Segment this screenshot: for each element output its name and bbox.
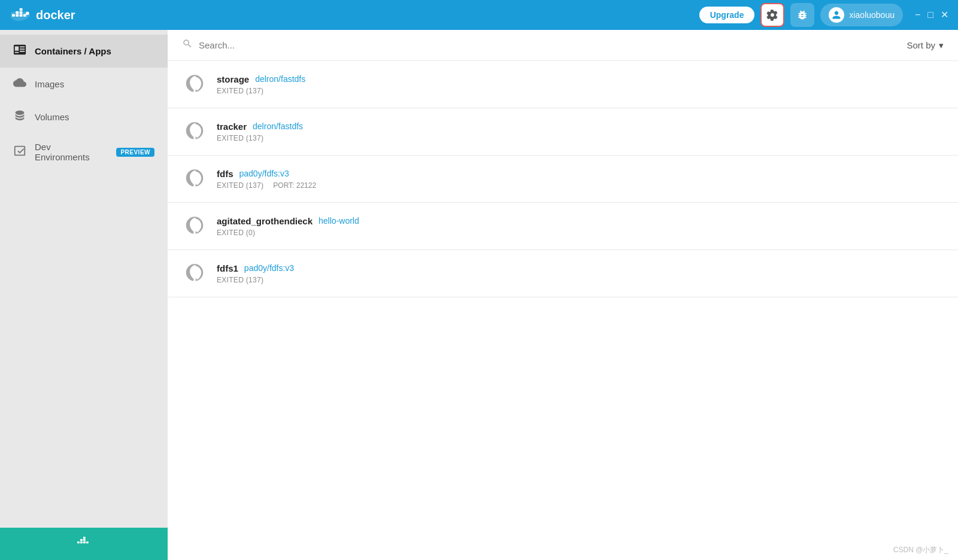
sidebar-footer [0, 528, 168, 560]
docker-wordmark: docker [36, 8, 75, 22]
sort-label: Sort by [907, 40, 935, 50]
svg-point-7 [26, 11, 29, 15]
container-icon [182, 72, 207, 97]
svg-rect-9 [80, 541, 83, 543]
sidebar-nav: Containers / Apps Images Volumes Dev Env… [0, 30, 168, 528]
container-item[interactable]: agitated_grothendieck hello-world EXITED… [168, 203, 958, 250]
container-status: EXITED (137) [217, 87, 263, 95]
content-area: Sort by ▾ storage delron/fastdfs EXITED … [168, 30, 958, 560]
search-icon [182, 38, 193, 52]
container-item[interactable]: storage delron/fastdfs EXITED (137) [168, 61, 958, 108]
images-label: Images [35, 79, 64, 89]
container-status-row: EXITED (137) [217, 276, 944, 284]
containers-label: Containers / Apps [35, 46, 111, 56]
close-button[interactable]: ✕ [941, 10, 948, 20]
avatar [829, 7, 844, 23]
containers-icon [13, 43, 26, 59]
container-status: EXITED (137) [217, 181, 263, 190]
container-name-row: storage delron/fastdfs [217, 74, 944, 84]
container-name: fdfs [217, 169, 234, 179]
username-label: xiaoluobouu [849, 10, 895, 20]
preview-badge: PREVIEW [116, 148, 154, 157]
chevron-down-icon: ▾ [939, 40, 944, 51]
volumes-icon [13, 109, 26, 125]
container-info: fdfs1 pad0y/fdfs:v3 EXITED (137) [217, 263, 944, 284]
docker-logo: docker [10, 7, 75, 23]
search-input[interactable] [199, 40, 907, 50]
container-status: EXITED (137) [217, 134, 263, 142]
sidebar-item-dev-environments[interactable]: Dev Environments PREVIEW [0, 133, 168, 171]
container-icon [182, 166, 207, 191]
container-icon [182, 119, 207, 144]
sidebar-item-images[interactable]: Images [0, 68, 168, 101]
svg-rect-11 [86, 541, 89, 543]
container-port: PORT: 22122 [273, 181, 316, 190]
container-status-row: EXITED (0) [217, 229, 944, 237]
svg-rect-8 [77, 541, 80, 543]
search-input-wrap [182, 38, 907, 52]
sidebar-item-volumes[interactable]: Volumes [0, 101, 168, 133]
container-name: agitated_grothendieck [217, 216, 313, 226]
container-name-row: fdfs1 pad0y/fdfs:v3 [217, 263, 944, 273]
container-image: delron/fastdfs [255, 74, 305, 84]
gear-icon [766, 9, 778, 21]
settings-button[interactable] [760, 3, 784, 27]
titlebar-right: Upgrade xiaoluobouu − □ ✕ [699, 3, 948, 27]
bug-button[interactable] [790, 3, 814, 27]
container-item[interactable]: tracker delron/fastdfs EXITED (137) [168, 108, 958, 156]
window-controls: − □ ✕ [915, 10, 948, 20]
maximize-button[interactable]: □ [927, 10, 933, 20]
minimize-button[interactable]: − [915, 10, 920, 20]
container-info: fdfs pad0y/fdfs:v3 EXITED (137) PORT: 22… [217, 169, 944, 190]
dev-env-label: Dev Environments [35, 142, 105, 162]
container-image: pad0y/fdfs:v3 [240, 169, 289, 178]
container-image: pad0y/fdfs:v3 [244, 263, 294, 273]
images-icon [13, 76, 26, 92]
container-info: tracker delron/fastdfs EXITED (137) [217, 121, 944, 142]
main-layout: Containers / Apps Images Volumes Dev Env… [0, 30, 958, 560]
sort-button[interactable]: Sort by ▾ [907, 40, 944, 51]
container-status: EXITED (137) [217, 276, 263, 284]
container-name: tracker [217, 121, 247, 132]
upgrade-button[interactable]: Upgrade [699, 7, 755, 23]
container-info: agitated_grothendieck hello-world EXITED… [217, 216, 944, 237]
svg-rect-12 [80, 539, 83, 541]
container-name: fdfs1 [217, 263, 238, 273]
container-name-row: agitated_grothendieck hello-world [217, 216, 944, 226]
container-status-row: EXITED (137) PORT: 22122 [217, 181, 944, 190]
container-name-row: tracker delron/fastdfs [217, 121, 944, 132]
search-bar: Sort by ▾ [168, 30, 958, 61]
container-icon [182, 261, 207, 286]
container-info: storage delron/fastdfs EXITED (137) [217, 74, 944, 95]
user-button[interactable]: xiaoluobouu [820, 4, 903, 26]
sidebar-item-containers[interactable]: Containers / Apps [0, 35, 168, 68]
sidebar: Containers / Apps Images Volumes Dev Env… [0, 30, 168, 560]
svg-rect-14 [83, 537, 86, 538]
svg-rect-10 [83, 541, 86, 543]
bug-icon [796, 9, 808, 21]
container-item[interactable]: fdfs pad0y/fdfs:v3 EXITED (137) PORT: 22… [168, 156, 958, 203]
container-name: storage [217, 74, 249, 84]
svg-rect-13 [83, 539, 86, 541]
docker-footer-icon [75, 535, 92, 552]
watermark: CSDN @小萝卜_ [893, 545, 948, 555]
volumes-label: Volumes [35, 112, 69, 122]
container-image: delron/fastdfs [253, 121, 303, 131]
svg-rect-6 [20, 8, 23, 11]
container-status: EXITED (0) [217, 229, 255, 237]
container-icon [182, 214, 207, 239]
container-status-row: EXITED (137) [217, 87, 944, 95]
container-item[interactable]: fdfs1 pad0y/fdfs:v3 EXITED (137) [168, 250, 958, 297]
container-image: hello-world [319, 216, 359, 226]
titlebar-left: docker [10, 7, 75, 23]
container-list: storage delron/fastdfs EXITED (137) trac… [168, 61, 958, 560]
container-status-row: EXITED (137) [217, 134, 944, 142]
titlebar: docker Upgrade xiaoluobouu − □ ✕ [0, 0, 958, 30]
dev-env-icon [13, 144, 26, 160]
container-name-row: fdfs pad0y/fdfs:v3 [217, 169, 944, 179]
